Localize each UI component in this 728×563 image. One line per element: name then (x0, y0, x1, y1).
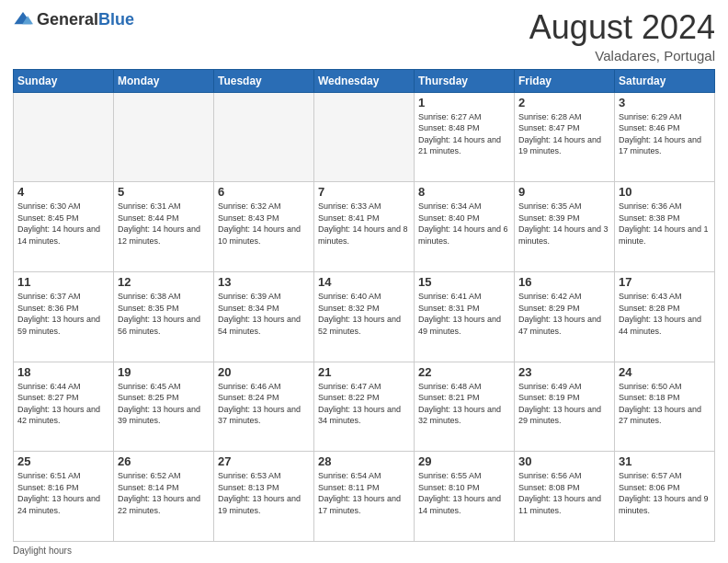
col-saturday: Saturday (615, 69, 715, 92)
day-number: 16 (518, 275, 610, 289)
col-friday: Friday (515, 69, 615, 92)
day-info: Sunrise: 6:30 AMSunset: 8:45 PMDaylight:… (17, 201, 109, 247)
day-cell: 24Sunrise: 6:50 AMSunset: 8:18 PMDayligh… (615, 362, 715, 452)
day-number: 21 (318, 365, 410, 379)
day-cell: 30Sunrise: 6:56 AMSunset: 8:08 PMDayligh… (515, 452, 615, 542)
day-cell: 12Sunrise: 6:38 AMSunset: 8:35 PMDayligh… (114, 271, 214, 362)
col-tuesday: Tuesday (214, 69, 314, 92)
day-cell: 17Sunrise: 6:43 AMSunset: 8:28 PMDayligh… (615, 271, 715, 362)
day-number: 19 (118, 365, 210, 379)
daylight-label: Daylight hours (13, 546, 72, 556)
day-info: Sunrise: 6:42 AMSunset: 8:29 PMDaylight:… (518, 291, 610, 337)
day-cell: 13Sunrise: 6:39 AMSunset: 8:34 PMDayligh… (214, 271, 314, 362)
day-number: 5 (118, 185, 210, 199)
day-number: 25 (17, 454, 109, 468)
page: GeneralBlue August 2024 Valadares, Portu… (0, 0, 728, 563)
col-monday: Monday (114, 69, 214, 92)
day-cell: 14Sunrise: 6:40 AMSunset: 8:32 PMDayligh… (314, 271, 415, 362)
day-cell: 26Sunrise: 6:52 AMSunset: 8:14 PMDayligh… (114, 452, 214, 542)
day-cell: 1Sunrise: 6:27 AMSunset: 8:48 PMDaylight… (415, 92, 515, 182)
logo: GeneralBlue (13, 9, 134, 29)
location-title: Valadares, Portugal (529, 48, 715, 63)
day-info: Sunrise: 6:45 AMSunset: 8:25 PMDaylight:… (118, 381, 210, 427)
day-cell: 9Sunrise: 6:35 AMSunset: 8:39 PMDaylight… (515, 182, 615, 272)
title-area: August 2024 Valadares, Portugal (529, 9, 715, 63)
day-info: Sunrise: 6:35 AMSunset: 8:39 PMDaylight:… (518, 201, 610, 247)
day-number: 17 (619, 275, 711, 289)
day-cell (214, 92, 314, 182)
day-number: 18 (17, 365, 109, 379)
day-cell: 11Sunrise: 6:37 AMSunset: 8:36 PMDayligh… (14, 271, 114, 362)
week-row-5: 25Sunrise: 6:51 AMSunset: 8:16 PMDayligh… (14, 452, 715, 542)
day-number: 27 (218, 454, 310, 468)
day-cell: 16Sunrise: 6:42 AMSunset: 8:29 PMDayligh… (515, 271, 615, 362)
day-cell: 2Sunrise: 6:28 AMSunset: 8:47 PMDaylight… (515, 92, 615, 182)
week-row-3: 11Sunrise: 6:37 AMSunset: 8:36 PMDayligh… (14, 271, 715, 362)
day-cell: 15Sunrise: 6:41 AMSunset: 8:31 PMDayligh… (415, 271, 515, 362)
day-number: 4 (17, 185, 109, 199)
day-cell: 4Sunrise: 6:30 AMSunset: 8:45 PMDaylight… (14, 182, 114, 272)
col-sunday: Sunday (14, 69, 114, 92)
day-number: 12 (118, 275, 210, 289)
logo-general: GeneralBlue (37, 10, 134, 29)
day-info: Sunrise: 6:57 AMSunset: 8:06 PMDaylight:… (619, 470, 711, 516)
header: GeneralBlue August 2024 Valadares, Portu… (13, 9, 715, 63)
logo-icon (13, 9, 33, 29)
week-row-2: 4Sunrise: 6:30 AMSunset: 8:45 PMDaylight… (14, 182, 715, 272)
day-number: 11 (17, 275, 109, 289)
day-number: 30 (518, 454, 610, 468)
day-number: 28 (318, 454, 410, 468)
day-cell: 20Sunrise: 6:46 AMSunset: 8:24 PMDayligh… (214, 362, 314, 452)
month-title: August 2024 (529, 9, 715, 46)
day-number: 9 (518, 185, 610, 199)
day-cell: 25Sunrise: 6:51 AMSunset: 8:16 PMDayligh… (14, 452, 114, 542)
day-number: 2 (518, 96, 610, 109)
day-info: Sunrise: 6:41 AMSunset: 8:31 PMDaylight:… (418, 291, 510, 337)
day-info: Sunrise: 6:31 AMSunset: 8:44 PMDaylight:… (118, 201, 210, 247)
day-info: Sunrise: 6:56 AMSunset: 8:08 PMDaylight:… (518, 470, 610, 516)
day-number: 15 (418, 275, 510, 289)
day-info: Sunrise: 6:52 AMSunset: 8:14 PMDaylight:… (118, 470, 210, 516)
day-number: 8 (418, 185, 510, 199)
day-cell: 23Sunrise: 6:49 AMSunset: 8:19 PMDayligh… (515, 362, 615, 452)
week-row-4: 18Sunrise: 6:44 AMSunset: 8:27 PMDayligh… (14, 362, 715, 452)
day-cell: 22Sunrise: 6:48 AMSunset: 8:21 PMDayligh… (415, 362, 515, 452)
day-number: 26 (118, 454, 210, 468)
day-cell: 6Sunrise: 6:32 AMSunset: 8:43 PMDaylight… (214, 182, 314, 272)
day-info: Sunrise: 6:49 AMSunset: 8:19 PMDaylight:… (518, 381, 610, 427)
day-cell (114, 92, 214, 182)
day-info: Sunrise: 6:51 AMSunset: 8:16 PMDaylight:… (17, 470, 109, 516)
day-number: 23 (518, 365, 610, 379)
day-cell: 29Sunrise: 6:55 AMSunset: 8:10 PMDayligh… (415, 452, 515, 542)
day-cell: 8Sunrise: 6:34 AMSunset: 8:40 PMDaylight… (415, 182, 515, 272)
day-number: 20 (218, 365, 310, 379)
day-cell: 21Sunrise: 6:47 AMSunset: 8:22 PMDayligh… (314, 362, 415, 452)
day-cell: 19Sunrise: 6:45 AMSunset: 8:25 PMDayligh… (114, 362, 214, 452)
day-info: Sunrise: 6:44 AMSunset: 8:27 PMDaylight:… (17, 381, 109, 427)
day-number: 31 (619, 454, 711, 468)
day-cell: 7Sunrise: 6:33 AMSunset: 8:41 PMDaylight… (314, 182, 415, 272)
logo-area: GeneralBlue (13, 9, 134, 29)
day-info: Sunrise: 6:46 AMSunset: 8:24 PMDaylight:… (218, 381, 310, 427)
day-number: 13 (218, 275, 310, 289)
day-number: 10 (619, 185, 711, 199)
day-info: Sunrise: 6:34 AMSunset: 8:40 PMDaylight:… (418, 201, 510, 247)
day-number: 6 (218, 185, 310, 199)
day-number: 7 (318, 185, 410, 199)
day-info: Sunrise: 6:54 AMSunset: 8:11 PMDaylight:… (318, 470, 410, 516)
day-info: Sunrise: 6:32 AMSunset: 8:43 PMDaylight:… (218, 201, 310, 247)
day-info: Sunrise: 6:47 AMSunset: 8:22 PMDaylight:… (318, 381, 410, 427)
day-cell: 10Sunrise: 6:36 AMSunset: 8:38 PMDayligh… (615, 182, 715, 272)
day-info: Sunrise: 6:38 AMSunset: 8:35 PMDaylight:… (118, 291, 210, 337)
week-row-1: 1Sunrise: 6:27 AMSunset: 8:48 PMDaylight… (14, 92, 715, 182)
day-info: Sunrise: 6:36 AMSunset: 8:38 PMDaylight:… (619, 201, 711, 247)
header-row: Sunday Monday Tuesday Wednesday Thursday… (14, 69, 715, 92)
day-info: Sunrise: 6:28 AMSunset: 8:47 PMDaylight:… (518, 111, 610, 157)
day-info: Sunrise: 6:43 AMSunset: 8:28 PMDaylight:… (619, 291, 711, 337)
day-info: Sunrise: 6:27 AMSunset: 8:48 PMDaylight:… (418, 111, 510, 157)
day-info: Sunrise: 6:39 AMSunset: 8:34 PMDaylight:… (218, 291, 310, 337)
calendar-table: Sunday Monday Tuesday Wednesday Thursday… (13, 69, 715, 542)
day-info: Sunrise: 6:50 AMSunset: 8:18 PMDaylight:… (619, 381, 711, 427)
day-info: Sunrise: 6:48 AMSunset: 8:21 PMDaylight:… (418, 381, 510, 427)
day-number: 3 (619, 96, 711, 109)
